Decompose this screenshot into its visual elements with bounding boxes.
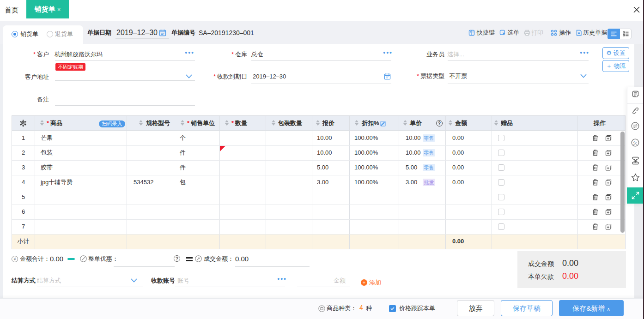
svg-text:欠: 欠 (633, 140, 638, 145)
